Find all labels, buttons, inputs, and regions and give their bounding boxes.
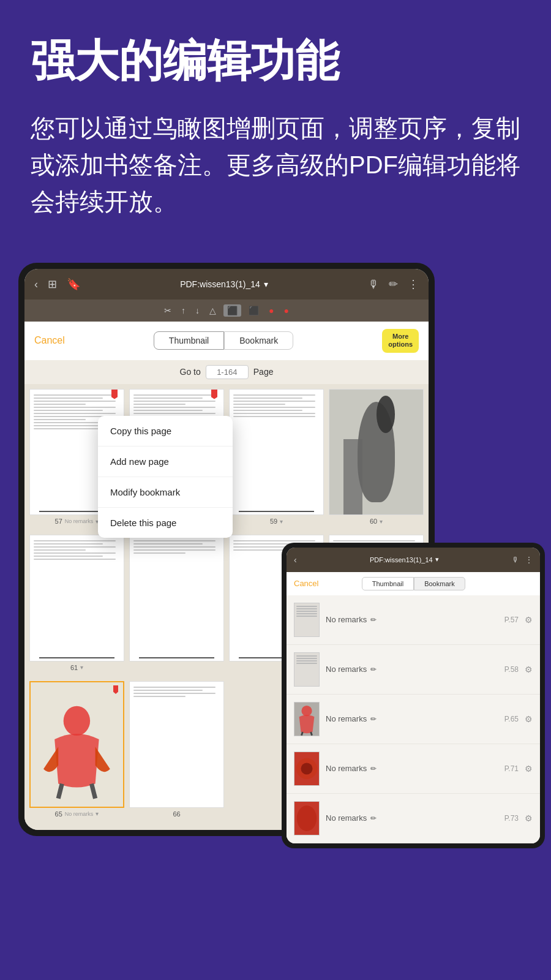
list-item[interactable] [129,535,224,671]
list-item[interactable]: 60 ▾ [329,389,424,526]
text-line [333,540,415,541]
page-66-thumb[interactable] [129,681,224,808]
gear-icon[interactable]: ⚙ [525,615,533,625]
list-item[interactable]: 66 [129,681,224,818]
tool-5[interactable]: ⬛ [223,304,241,317]
thumb-content [294,603,319,620]
selected-bookmark [113,685,118,694]
text-line [133,401,216,402]
goto-label: Go to [180,367,201,377]
text-line [34,407,116,408]
thumbnail-tab[interactable]: Thumbnail [154,331,224,350]
svg-point-7 [301,763,312,774]
text-line [34,413,116,414]
page-59-thumb[interactable] [229,389,324,516]
cancel-button[interactable]: Cancel [34,335,65,346]
bookmark-icon[interactable]: 🔖 [67,277,80,291]
main-title: 强大的编辑功能 [31,37,520,85]
page-remark: No remarks [65,811,94,817]
list-item[interactable]: No remarks ✏ P.58 ⚙ [287,645,540,695]
text-line [296,606,317,607]
header-section: 强大的编辑功能 您可以通过鸟瞰图增删页面，调整页序，复制或添加书签备注。更多高级… [0,0,551,238]
text-line [34,556,103,557]
text-line [296,613,317,614]
tool-6[interactable]: ⬛ [246,303,261,318]
add-page-item[interactable]: Add new page [98,447,233,477]
page-underline [139,657,214,658]
tool-3[interactable]: ↓ [193,303,202,318]
more-icon-2[interactable]: ⋮ [525,556,533,564]
gear-icon[interactable]: ⚙ [525,714,533,724]
modify-bookmark-item[interactable]: Modify bookmark [98,477,233,508]
text-line [133,410,203,411]
art-image [329,390,423,515]
edit-icon[interactable]: ✏ [370,715,377,723]
topbar-right-2: 🎙 ⋮ [512,556,533,564]
list-item[interactable]: 65 No remarks ▾ [29,681,124,818]
tablet2-thumbnail-tab[interactable]: Thumbnail [362,577,414,590]
edit-icon[interactable]: ✏ [370,764,377,773]
grid-icon[interactable]: ⊞ [48,277,57,291]
list-item[interactable]: 59 ▾ [229,389,324,526]
copy-page-item[interactable]: Copy this page [98,416,233,447]
page-content [230,390,323,515]
delete-page-item[interactable]: Delete this page [98,508,233,538]
bookmark-thumb-57 [294,603,320,637]
page-60-thumb[interactable] [329,389,424,516]
tool-2[interactable]: ↑ [179,303,188,318]
svg-point-3 [301,706,312,716]
tool-4[interactable]: △ [207,303,219,318]
list-item[interactable]: No remarks ✏ P.57 ⚙ [287,595,540,645]
list-item[interactable]: No remarks ✏ P.73 ⚙ [287,794,540,843]
text-line [133,398,203,399]
more-options-button[interactable]: More options [382,329,419,352]
page-label: Page [253,367,274,377]
edit-icon[interactable]: ✏ [370,814,377,823]
list-item[interactable]: No remarks ✏ P.71 ⚙ [287,744,540,794]
text-line [233,404,285,405]
page-num: 57 [55,518,62,525]
bookmark-tab[interactable]: Bookmark [224,331,293,350]
page-number-label: 57 No remarks ▾ [55,518,99,525]
bookmark-list: No remarks ✏ P.57 ⚙ [287,595,540,843]
text-line [34,394,116,396]
tablet-second-inner: ‹ PDF:wissen13(1)_14 ▾ 🎙 ⋮ Cancel Thumbn… [287,548,540,843]
tool-8[interactable]: ● [282,303,291,318]
thumbnail-header: Cancel Thumbnail Bookmark More options [24,322,429,360]
pdf-title: PDF:wissen13(1)_14 [180,279,260,289]
pencil-icon[interactable]: ✏ [389,277,398,291]
page-65-thumb[interactable] [29,681,124,808]
page-62-thumb[interactable] [129,535,224,662]
edit-icon[interactable]: ✏ [370,616,377,624]
goto-input[interactable] [206,365,249,379]
list-item[interactable]: No remarks ✏ P.65 ⚙ [287,695,540,744]
mic-icon-2[interactable]: 🎙 [512,556,519,564]
svg-line-5 [311,731,312,735]
list-item[interactable]: 61 ▾ [29,535,124,671]
context-menu: Copy this page Add new page Modify bookm… [98,416,233,538]
tablet-topbar: ‹ ⊞ 🔖 PDF:wissen13(1)_14 ▾ 🎙 ✏ ⋮ [24,269,429,300]
edit-icon[interactable]: ✏ [370,665,377,674]
page-number-label: 66 [173,810,180,818]
gear-icon[interactable]: ⚙ [525,764,533,774]
title-chevron-2: ▾ [435,556,439,564]
gear-icon[interactable]: ⚙ [525,813,533,823]
svg-line-2 [92,784,96,799]
bookmark-flag [211,390,217,399]
svg-line-1 [58,784,62,799]
tool-7[interactable]: ● [266,303,276,318]
text-line [133,404,186,405]
page-num: 59 [270,518,277,525]
tablet2-cancel-button[interactable]: Cancel [294,579,318,588]
art-image-65 [31,682,123,807]
tablet2-bookmark-tab[interactable]: Bookmark [414,577,465,590]
page-61-thumb[interactable] [29,535,124,662]
bookmark-text: No remarks [326,813,367,823]
bookmark-label: No remarks ✏ [326,714,498,723]
more-icon[interactable]: ⋮ [408,277,419,291]
gear-icon[interactable]: ⚙ [525,665,533,674]
back-icon[interactable]: ‹ [34,278,38,291]
tool-1[interactable]: ✂ [162,303,174,318]
back-icon-2[interactable]: ‹ [294,555,297,565]
mic-icon[interactable]: 🎙 [368,278,379,291]
